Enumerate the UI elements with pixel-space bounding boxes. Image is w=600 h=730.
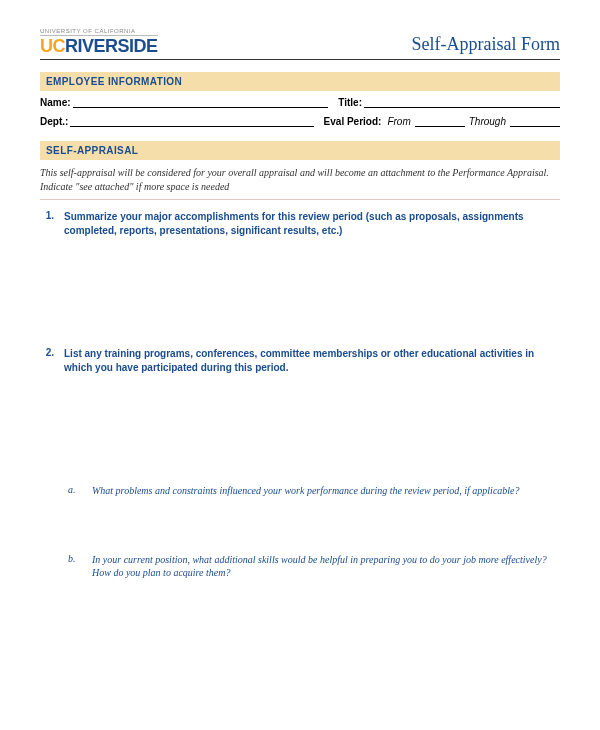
logo-subtitle: UNIVERSITY OF CALIFORNIA	[40, 28, 158, 36]
note-divider	[40, 199, 560, 200]
ucr-logo: UNIVERSITY OF CALIFORNIA UCRIVERSIDE	[40, 28, 158, 55]
question-1: 1. Summarize your major accomplishments …	[40, 210, 560, 237]
input-dept-line[interactable]	[70, 116, 313, 127]
section-self-appraisal: SELF-APPRAISAL	[40, 141, 560, 160]
input-from-line[interactable]	[415, 116, 465, 127]
section-employee-info: EMPLOYEE INFORMATION	[40, 72, 560, 91]
info-row-1: Name: Title:	[40, 97, 560, 108]
q2b-text: In your current position, what additiona…	[92, 553, 560, 580]
input-title-line[interactable]	[364, 97, 560, 108]
form-title: Self-Appraisal Form	[412, 34, 560, 55]
q2a-number: a.	[68, 484, 82, 498]
header-divider	[40, 59, 560, 60]
question-2a: a. What problems and constraints influen…	[68, 484, 560, 498]
info-row-2: Dept.: Eval Period: From Through	[40, 116, 560, 127]
field-dept: Dept.:	[40, 116, 314, 127]
q2b-number: b.	[68, 553, 82, 580]
logo-main: UCRIVERSIDE	[40, 36, 158, 56]
form-page: UNIVERSITY OF CALIFORNIA UCRIVERSIDE Sel…	[0, 0, 600, 730]
field-title: Title:	[338, 97, 560, 108]
q1-text: Summarize your major accomplishments for…	[64, 210, 560, 237]
label-title: Title:	[338, 97, 362, 108]
question-2: 2. List any training programs, conferenc…	[40, 347, 560, 374]
logo-uc: UC	[40, 36, 65, 56]
label-dept: Dept.:	[40, 116, 68, 127]
label-through: Through	[469, 116, 506, 127]
appraisal-note: This self-appraisal will be considered f…	[40, 166, 560, 193]
q1-number: 1.	[40, 210, 54, 237]
header: UNIVERSITY OF CALIFORNIA UCRIVERSIDE Sel…	[40, 28, 560, 55]
q2a-text: What problems and constraints influenced…	[92, 484, 560, 498]
q2-text: List any training programs, conferences,…	[64, 347, 560, 374]
label-name: Name:	[40, 97, 71, 108]
question-2b: b. In your current position, what additi…	[68, 553, 560, 580]
label-eval-period: Eval Period:	[324, 116, 382, 127]
q2-number: 2.	[40, 347, 54, 374]
field-eval-period: Eval Period: From Through	[324, 116, 560, 127]
input-through-line[interactable]	[510, 116, 560, 127]
input-name-line[interactable]	[73, 97, 329, 108]
logo-riverside: RIVERSIDE	[65, 36, 158, 56]
field-name: Name:	[40, 97, 328, 108]
label-from: From	[387, 116, 410, 127]
